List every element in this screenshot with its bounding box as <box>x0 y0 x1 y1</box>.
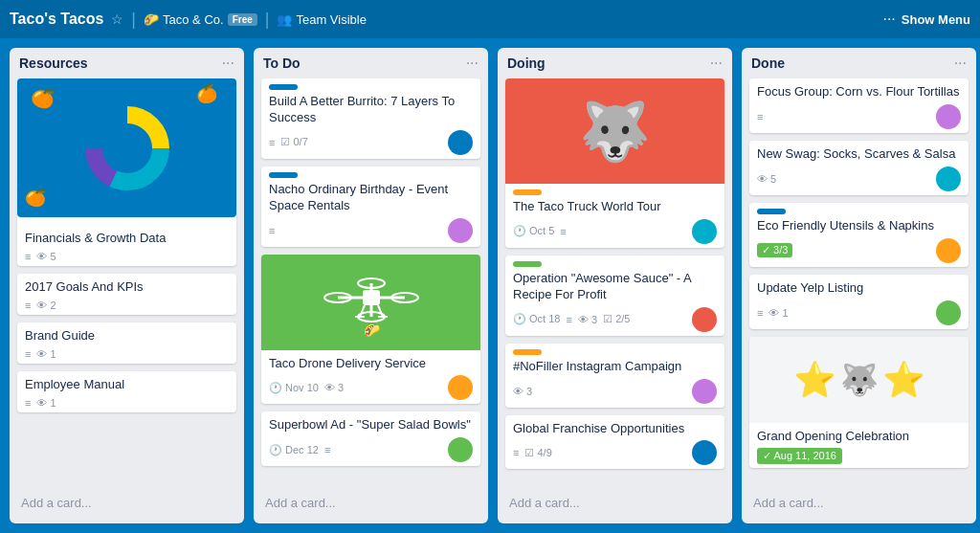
chip-icon: 🍊 <box>29 82 59 112</box>
card-body-goals: 2017 Goals And KPIs ≡ 👁 2 <box>17 274 236 315</box>
card-title-burrito: Build A Better Burrito: 7 Layers To Succ… <box>269 94 473 126</box>
card-body-focus: Focus Group: Corn vs. Flour Tortillas ≡ <box>749 78 969 133</box>
star-icon[interactable]: ☆ <box>111 11 123 27</box>
label-nacho <box>269 172 298 178</box>
card-truck-tour[interactable]: 🐺 The Taco Truck World Tour 🕐 Oct 5 ≡ <box>505 78 724 248</box>
card-brand[interactable]: Brand Guide ≡ 👁 1 <box>17 322 236 364</box>
divider2: | <box>265 10 270 30</box>
card-body-yelp: Update Yelp Listing ≡ 👁 1 <box>749 275 969 329</box>
card-body-drone: Taco Drone Delivery Service 🕐 Nov 10 👁 3 <box>261 350 480 405</box>
card-title-brand: Brand Guide <box>25 328 229 344</box>
board-title[interactable]: Taco's Tacos <box>10 11 103 28</box>
svg-rect-11 <box>363 290 380 305</box>
card-meta-nacho: ≡ <box>269 218 473 243</box>
clock-icon: 🕐 Oct 5 <box>513 225 554 237</box>
card-financials[interactable]: 🍊 🍊 🍊 Financials & Growth Data ≡ 👁 5 <box>17 78 236 266</box>
card-title-grand: Grand Opening Celebration <box>757 429 961 445</box>
card-title-superbowl: Superbowl Ad - "Super Salad Bowls" <box>269 417 473 433</box>
lines-icon: ≡ <box>25 348 31 360</box>
column-menu-todo[interactable]: ··· <box>466 56 479 71</box>
card-meta-instagram: 👁 3 <box>513 379 717 404</box>
views-count: 👁 5 <box>36 251 56 262</box>
add-card-done[interactable]: Add a card... <box>746 490 972 516</box>
wolf-icon: 🐺 <box>579 98 651 166</box>
card-goals[interactable]: 2017 Goals And KPIs ≡ 👁 2 <box>17 274 236 315</box>
column-title-doing: Doing <box>507 56 546 71</box>
divider: | <box>131 10 136 30</box>
stars-image: ⭐ 🐺 ⭐ <box>749 337 969 423</box>
checklist-count: ☑ 0/7 <box>280 136 307 148</box>
card-meta-grand: ✓ Aug 11, 2016 <box>757 448 961 464</box>
card-title-awesome-sauce: Operation "Awesome Sauce" - A Recipe For… <box>513 271 717 303</box>
svg-point-4 <box>108 129 146 167</box>
column-menu-done[interactable]: ··· <box>954 56 967 71</box>
card-eco[interactable]: Eco Friendly Utensils & Napkins ✓ 3/3 <box>749 203 969 267</box>
workspace-label[interactable]: 🌮 Taco & Co. Free <box>144 12 257 27</box>
column-menu-doing[interactable]: ··· <box>710 56 723 71</box>
checklist-count: ☑ 2/5 <box>603 313 630 325</box>
avatar-swag <box>936 167 961 191</box>
card-yelp[interactable]: Update Yelp Listing ≡ 👁 1 <box>749 275 969 329</box>
chart-container: 🍊 🍊 🍊 <box>17 78 236 217</box>
card-body-truck-tour: The Taco Truck World Tour 🕐 Oct 5 ≡ <box>505 184 724 248</box>
free-badge: Free <box>228 13 257 26</box>
dots-icon: ··· <box>882 11 895 28</box>
card-burrito[interactable]: Build A Better Burrito: 7 Layers To Succ… <box>261 78 480 159</box>
card-awesome-sauce[interactable]: Operation "Awesome Sauce" - A Recipe For… <box>505 255 724 336</box>
card-nacho[interactable]: Nacho Ordinary Birthday - Event Space Re… <box>261 167 480 247</box>
avatar-nacho <box>448 218 473 243</box>
card-franchise[interactable]: Global Franchise Opportunities ≡ ☑ 4/9 <box>505 415 724 470</box>
chip-icon2: 🍊 <box>194 81 218 105</box>
card-meta-drone: 🕐 Nov 10 👁 3 <box>269 375 473 400</box>
card-title-focus: Focus Group: Corn vs. Flour Tortillas <box>757 84 961 100</box>
card-employee[interactable]: Employee Manual ≡ 👁 1 <box>17 371 236 412</box>
checklist-count: ☑ 4/9 <box>524 447 551 459</box>
label-eco <box>757 209 786 214</box>
workspace-name: Taco & Co. <box>163 12 224 27</box>
column-menu-resources[interactable]: ··· <box>222 56 234 71</box>
card-meta-employee: ≡ 👁 1 <box>25 397 229 409</box>
card-title-employee: Employee Manual <box>25 377 229 393</box>
card-superbowl[interactable]: Superbowl Ad - "Super Salad Bowls" 🕐 Dec… <box>261 411 480 466</box>
card-title-truck-tour: The Taco Truck World Tour <box>513 199 717 215</box>
card-meta-swag: 👁 5 <box>757 167 961 191</box>
column-header-todo: To Do ··· <box>254 48 488 75</box>
card-title-yelp: Update Yelp Listing <box>757 280 961 297</box>
card-title-financials: Financials & Growth Data <box>25 231 229 247</box>
views-count: 👁 2 <box>36 300 56 311</box>
lines-icon: ≡ <box>513 447 519 458</box>
wolf-image: 🐺 <box>505 78 724 184</box>
star-right: ⭐ <box>882 360 925 400</box>
header-right: ··· Show Menu <box>882 11 970 28</box>
avatar-superbowl <box>448 437 473 462</box>
card-title-nacho: Nacho Ordinary Birthday - Event Space Re… <box>269 182 473 214</box>
team-label[interactable]: 👥 Team Visible <box>277 12 366 27</box>
column-header-done: Done ··· <box>742 48 976 75</box>
card-instagram[interactable]: #NoFiller Instagram Campaign 👁 3 <box>505 344 724 408</box>
card-body-eco: Eco Friendly Utensils & Napkins ✓ 3/3 <box>749 203 969 267</box>
card-swag[interactable]: New Swag: Socks, Scarves & Salsa 👁 5 <box>749 141 969 195</box>
lines-icon: ≡ <box>269 225 275 236</box>
show-menu-label: Show Menu <box>902 12 970 27</box>
lines-icon: ≡ <box>757 111 763 122</box>
avatar-burrito <box>448 130 473 155</box>
wolf-party-icon: 🐺 <box>840 362 879 398</box>
card-focus-group[interactable]: Focus Group: Corn vs. Flour Tortillas ≡ <box>749 78 969 133</box>
add-card-resources[interactable]: Add a card... <box>13 490 240 516</box>
column-body-doing: 🐺 The Taco Truck World Tour 🕐 Oct 5 ≡ Op <box>498 75 732 486</box>
avatar-franchise <box>692 440 717 465</box>
star-left: ⭐ <box>793 360 836 400</box>
svg-line-12 <box>360 305 365 317</box>
card-drone[interactable]: 🌮 Taco Drone Delivery Service 🕐 Nov 10 👁… <box>261 255 480 405</box>
lines-icon: ≡ <box>25 251 31 262</box>
card-title-instagram: #NoFiller Instagram Campaign <box>513 359 717 375</box>
card-meta-truck: 🕐 Oct 5 ≡ <box>513 219 717 244</box>
add-card-doing[interactable]: Add a card... <box>501 490 728 516</box>
card-grand-opening[interactable]: ⭐ 🐺 ⭐ Grand Opening Celebration ✓ Aug 11… <box>749 337 969 469</box>
card-meta-brand: ≡ 👁 1 <box>25 348 229 360</box>
card-meta-yelp: ≡ 👁 1 <box>757 300 961 325</box>
card-meta-franchise: ≡ ☑ 4/9 <box>513 440 717 465</box>
add-card-todo[interactable]: Add a card... <box>257 490 484 516</box>
show-menu-button[interactable]: Show Menu <box>902 12 970 27</box>
column-doing: Doing ··· 🐺 The Taco Truck World Tour 🕐 … <box>498 48 732 523</box>
